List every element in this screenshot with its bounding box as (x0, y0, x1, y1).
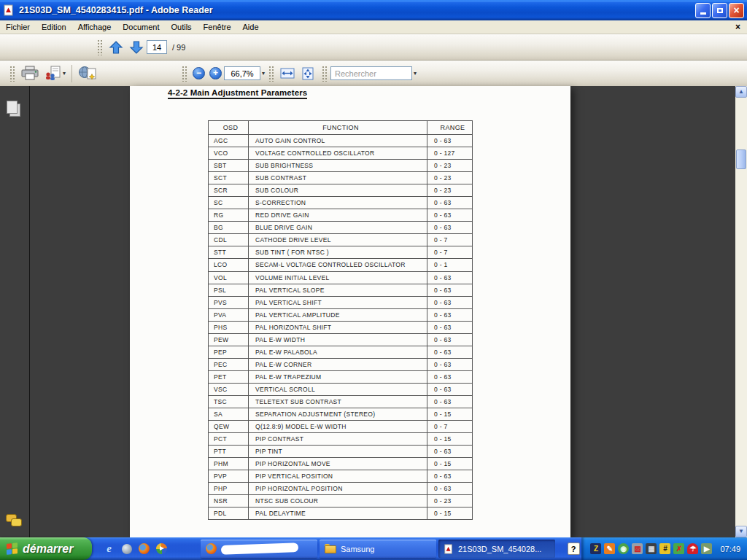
fit-page-button[interactable] (298, 65, 318, 82)
network-users-tray-icon[interactable]: ✗ (673, 543, 684, 554)
toolbar-grip[interactable] (182, 66, 187, 82)
window-controls: × (695, 3, 744, 18)
internet-explorer-icon[interactable]: e (104, 543, 115, 554)
create-pdf-online-button[interactable] (76, 64, 99, 82)
function-cell: PAL E-W CORNER (249, 358, 427, 370)
osd-cell: AGC (209, 135, 249, 147)
menu-edition[interactable]: Edition (36, 22, 72, 32)
osd-cell: PCT (209, 433, 249, 446)
badge-tray-icon[interactable]: ◉ (618, 543, 629, 554)
scroll-down-button[interactable]: ▼ (735, 526, 747, 537)
zoom-dropdown-caret-icon[interactable]: ▾ (262, 70, 265, 77)
function-cell: PAL HORIZONTAL SHIFT (249, 321, 427, 333)
zonealarm-tray-icon[interactable]: Z (590, 543, 601, 554)
firefox-icon[interactable] (139, 543, 150, 554)
osd-cell: PVP (209, 470, 249, 483)
function-cell: PAL DELAYTIME (249, 508, 427, 520)
table-row: TSC TELETEXT SUB CONTRAST 0 - 63 (209, 395, 473, 408)
menu-aide[interactable]: Aide (237, 22, 265, 32)
next-page-button[interactable] (126, 38, 147, 57)
scrollbar-thumb[interactable] (736, 149, 746, 169)
osd-cell: STT (209, 246, 249, 259)
help-tray-button[interactable]: ? (565, 537, 581, 560)
zoom-out-button[interactable]: − (193, 67, 205, 79)
table-row: PEP PAL E-W PALABOLA 0 - 63 (209, 346, 473, 358)
pages-tab-icon[interactable] (7, 101, 20, 117)
table-row: PET PAL E-W TRAPEZIUM 0 - 63 (209, 370, 473, 383)
minimize-button[interactable] (695, 3, 711, 18)
toolbar-grip[interactable] (268, 66, 274, 82)
comments-tab-icon[interactable] (6, 514, 22, 527)
menu-document[interactable]: Document (117, 22, 165, 32)
table-row: PVA PAL VERTICAL AMPLITUDE 0 - 63 (209, 308, 473, 321)
start-button[interactable]: démarrer (0, 537, 92, 560)
messenger-icon[interactable] (121, 543, 132, 554)
osd-cell: PHS (209, 321, 249, 333)
osd-cell: RG (209, 209, 249, 222)
close-button[interactable]: × (729, 3, 744, 18)
writing-tool-tray-icon[interactable]: ✎ (604, 543, 615, 554)
table-row: PSL PAL VERTICAL SLOPE 0 - 63 (209, 284, 473, 296)
range-cell: 0 - 7 (427, 421, 473, 433)
zoom-in-button[interactable]: + (209, 67, 222, 79)
menu-fichier[interactable]: Fichier (0, 22, 36, 32)
toolbar-grip[interactable] (97, 39, 102, 55)
scroll-up-button[interactable]: ▲ (735, 86, 747, 98)
menu-fenetre[interactable]: Fenêtre (198, 22, 237, 32)
search-input[interactable] (330, 66, 412, 80)
function-cell: PAL E-W PALABOLA (249, 346, 427, 358)
page-number-input[interactable] (147, 40, 167, 54)
print-button[interactable] (18, 64, 42, 82)
osd-cell: SA (209, 408, 249, 421)
toolbar-grip[interactable] (9, 66, 15, 82)
start-button-label: démarrer (23, 542, 73, 556)
taskbar-button-samsung[interactable]: Samsung (320, 540, 436, 558)
range-cell: 0 - 63 (427, 333, 473, 346)
tools-toolbar: ▾ − + ▾ (0, 61, 747, 87)
restore-button[interactable] (712, 3, 727, 18)
taskbar-clock: 07:49 (720, 545, 740, 553)
email-share-button[interactable]: ▾ (42, 64, 68, 82)
toolbar-grip[interactable] (322, 66, 327, 82)
search-dropdown-caret-icon[interactable]: ▾ (414, 70, 417, 77)
function-cell: PIP HORIZONTAL MOVE (249, 458, 427, 470)
create-pdf-online-icon (78, 66, 97, 81)
menu-affichage[interactable]: Affichage (72, 22, 117, 32)
column-header-range: RANGE (427, 121, 473, 135)
osd-cell: PTT (209, 446, 249, 458)
range-cell: 0 - 63 (427, 383, 473, 395)
utility-tray-icon[interactable]: # (659, 543, 670, 554)
close-document-icon[interactable]: × (735, 23, 740, 31)
table-row: PHP PIP HORIZONTAL POSITION 0 - 63 (209, 483, 473, 495)
fit-width-button[interactable] (277, 65, 298, 82)
menu-outils[interactable]: Outils (165, 22, 197, 32)
table-row: BG BLUE DRIVE GAIN 0 - 63 (209, 222, 473, 234)
osd-cell: NSR (209, 495, 249, 508)
taskbar-button-firefox[interactable] (201, 540, 317, 558)
range-cell: 0 - 63 (427, 135, 473, 147)
media-player-icon[interactable] (156, 543, 167, 554)
function-cell: PAL E-W WIDTH (249, 333, 427, 346)
adobe-reader-icon (3, 4, 15, 16)
table-row: SCR SUB COLOUR 0 - 23 (209, 184, 473, 197)
pointer-tray-icon[interactable]: ▶ (701, 543, 712, 554)
function-cell: SUB BRIGHTNESS (249, 160, 427, 172)
osd-cell: PEP (209, 346, 249, 358)
dropdown-caret-icon: ▾ (63, 70, 66, 77)
close-icon: × (733, 5, 739, 15)
section-title: 4-2-2 Main Adjustment Parameters (168, 88, 307, 99)
osd-cell: BG (209, 222, 249, 234)
range-cell: 0 - 15 (427, 433, 473, 446)
taskbar-button-pdf[interactable]: 21S03D_SM_454028... (438, 540, 555, 558)
minimize-icon (700, 12, 706, 15)
function-cell: RED DRIVE GAIN (249, 209, 427, 222)
osd-cell: PET (209, 370, 249, 383)
previous-page-button[interactable] (106, 38, 126, 57)
avira-antivirus-tray-icon[interactable]: ☂ (687, 543, 698, 554)
osd-cell: PEC (209, 358, 249, 370)
osd-cell: PSL (209, 284, 249, 296)
shield-tray-icon[interactable]: ▨ (632, 543, 643, 554)
display-tray-icon[interactable]: ▦ (646, 543, 657, 554)
vertical-scrollbar[interactable]: ▲ ▼ (735, 86, 747, 537)
zoom-level-input[interactable] (224, 66, 260, 80)
